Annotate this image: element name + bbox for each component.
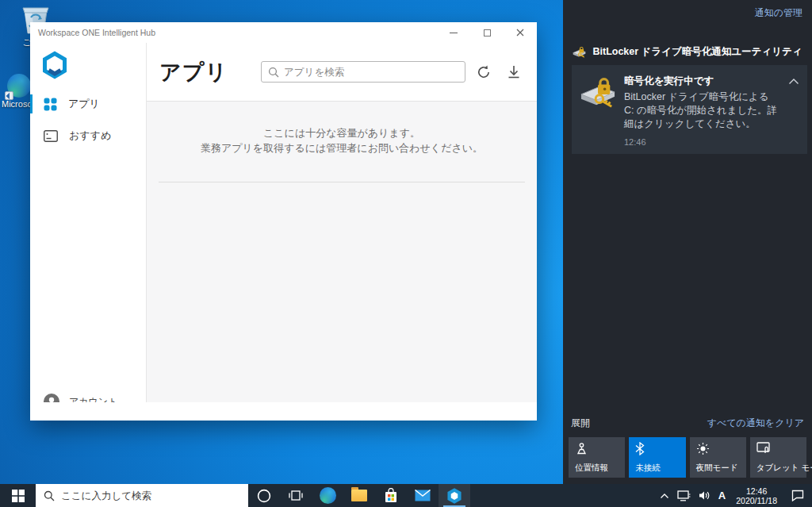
download-icon	[507, 64, 521, 79]
notification-group-title: BitLocker ドライブ暗号化通知ユーティリティ	[592, 45, 802, 59]
file-explorer-button[interactable]	[343, 484, 375, 507]
close-icon	[516, 29, 524, 36]
bluetooth-icon	[635, 442, 645, 455]
volume-button[interactable]	[695, 490, 714, 501]
action-center-icon	[791, 490, 804, 501]
window-titlebar[interactable]: Workspace ONE Intelligent Hub	[30, 22, 537, 43]
quick-action-tablet-mode[interactable]: タブレット モード	[750, 437, 806, 478]
hub-logo-icon	[40, 51, 146, 79]
chevron-up-icon	[660, 493, 669, 499]
speaker-icon	[699, 490, 710, 501]
location-icon	[575, 442, 588, 455]
notification-body: BitLocker ドライブ暗号化による C: の暗号化が開始されました。詳細は…	[624, 90, 780, 131]
action-center-panel: 通知の管理 BitLocker ドライブ暗号化通知ユーティリティ 暗号化を実行中…	[563, 0, 812, 484]
account-icon	[44, 394, 59, 402]
hub-icon	[446, 487, 463, 505]
bitlocker-icon-small	[573, 46, 586, 58]
search-icon	[268, 67, 279, 78]
system-tray: A 12:46 2020/11/18	[656, 484, 812, 507]
network-icon	[677, 490, 691, 501]
notification-group-header: BitLocker ドライブ暗号化通知ユーティリティ	[563, 45, 812, 59]
night-light-icon	[696, 442, 710, 455]
sidebar-item-label: おすすめ	[69, 129, 111, 143]
sidebar-item-apps[interactable]: アプリ	[30, 90, 146, 117]
quick-actions: 位置情報 未接続 夜間モード タブレット モード	[569, 437, 806, 478]
download-all-button[interactable]	[502, 60, 526, 84]
manage-notifications-link[interactable]: 通知の管理	[755, 6, 802, 20]
tray-overflow-button[interactable]	[656, 493, 673, 499]
window-title: Workspace ONE Intelligent Hub	[30, 28, 437, 37]
hub-sidebar: アプリ おすすめ アカウント	[30, 43, 147, 402]
file-explorer-icon	[351, 490, 367, 501]
empty-message-line2: 業務アプリを取得するには管理者にお問い合わせください。	[147, 140, 537, 156]
collapse-notification-button[interactable]	[788, 75, 799, 146]
edge-icon	[320, 487, 336, 504]
cortana-button[interactable]	[248, 484, 280, 507]
apps-content-area: ここには十分な容量があります。 業務アプリを取得するには管理者にお問い合わせくだ…	[147, 101, 537, 402]
expand-link[interactable]: 展開	[571, 417, 590, 430]
sidebar-item-recommended[interactable]: おすすめ	[30, 122, 146, 149]
close-button[interactable]	[504, 22, 537, 43]
taskbar-clock[interactable]: 12:46 2020/11/18	[730, 486, 783, 505]
chevron-up-icon	[788, 78, 799, 85]
page-title: アプリ	[159, 58, 261, 86]
network-status-button[interactable]	[673, 490, 695, 501]
minimize-button[interactable]	[437, 22, 470, 43]
store-icon	[384, 488, 398, 503]
window-footer	[30, 402, 537, 421]
edge-taskbar-button[interactable]	[312, 484, 343, 507]
taskbar-search-input[interactable]	[61, 490, 240, 501]
recommended-icon	[44, 130, 58, 142]
microsoft-store-button[interactable]	[375, 484, 407, 507]
clear-all-notifications-link[interactable]: すべての通知をクリア	[707, 417, 804, 430]
apps-page-header: アプリ	[147, 43, 537, 101]
clock-date: 2020/11/18	[736, 496, 777, 505]
ime-indicator[interactable]: A	[714, 490, 730, 501]
sidebar-item-label: アプリ	[68, 97, 100, 111]
refresh-icon	[476, 64, 492, 80]
windows-start-icon	[12, 490, 25, 502]
quick-action-label: 未接続	[635, 463, 661, 474]
minimize-icon	[450, 33, 458, 33]
search-icon	[44, 490, 55, 501]
sidebar-item-label: アカウント	[69, 395, 117, 403]
app-search-input[interactable]	[284, 67, 458, 78]
quick-action-bluetooth[interactable]: 未接続	[629, 437, 685, 478]
app-search-box[interactable]	[261, 61, 465, 83]
mail-button[interactable]	[407, 484, 439, 507]
taskbar: A 12:46 2020/11/18	[0, 484, 812, 507]
quick-action-label: 夜間モード	[696, 463, 738, 474]
task-view-button[interactable]	[280, 484, 312, 507]
quick-action-location[interactable]: 位置情報	[569, 437, 625, 478]
notification-title: 暗号化を実行中です	[624, 75, 780, 88]
mail-icon	[415, 490, 431, 501]
sidebar-item-account[interactable]: アカウント	[30, 392, 146, 402]
bitlocker-icon-large	[580, 75, 616, 109]
cortana-icon	[257, 489, 271, 503]
action-center-button[interactable]	[783, 490, 812, 501]
content-divider	[159, 182, 525, 182]
task-view-icon	[289, 490, 303, 501]
start-button[interactable]	[0, 484, 36, 507]
clock-time: 12:46	[736, 486, 777, 496]
workspace-one-hub-window: Workspace ONE Intelligent Hub	[30, 22, 537, 421]
apps-icon	[44, 98, 57, 111]
notification-time: 12:46	[624, 137, 780, 147]
taskbar-search-box[interactable]	[36, 484, 248, 507]
quick-action-label: タブレット モード	[756, 463, 812, 474]
maximize-button[interactable]	[470, 22, 504, 43]
empty-message-line1: ここには十分な容量があります。	[147, 125, 537, 140]
shortcut-arrow-icon	[5, 91, 13, 100]
edge-icon	[7, 74, 31, 98]
refresh-button[interactable]	[472, 60, 496, 84]
quick-action-label: 位置情報	[575, 463, 608, 474]
notification-card[interactable]: 暗号化を実行中です BitLocker ドライブ暗号化による C: の暗号化が開…	[572, 65, 807, 154]
workspace-one-hub-taskbar-button[interactable]	[439, 484, 470, 507]
quick-action-night-light[interactable]: 夜間モード	[690, 437, 746, 478]
maximize-icon	[484, 29, 491, 36]
tablet-mode-icon	[756, 442, 771, 455]
